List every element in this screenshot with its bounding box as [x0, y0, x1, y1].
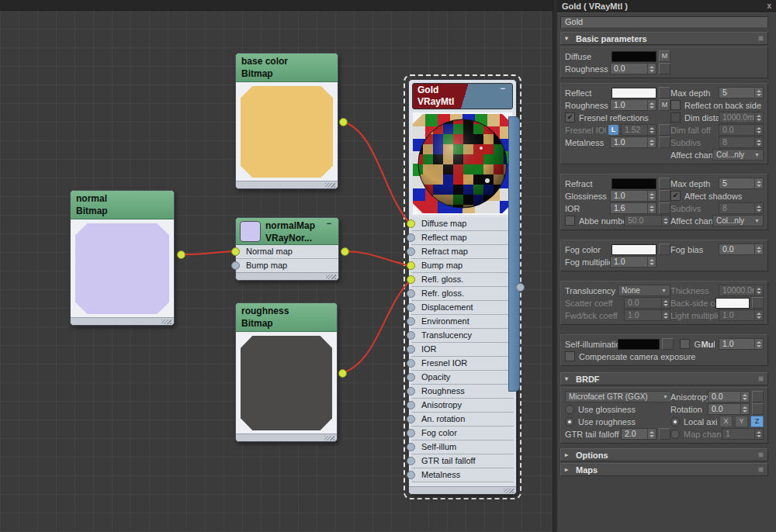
spinner-arrows-icon[interactable]	[647, 257, 656, 267]
gold-slot-metalness[interactable]: Metalness	[411, 468, 514, 482]
thickness-spinner[interactable]: 10000.0m	[719, 285, 764, 296]
gold-slot-refl-gloss[interactable]: Refl. gloss.	[411, 273, 514, 287]
spinner-arrows-icon[interactable]	[754, 429, 763, 439]
input-socket[interactable]	[407, 219, 415, 228]
gold-slot-gtr-tail-falloff[interactable]: GTR tail falloff	[411, 454, 514, 468]
resize-grip-icon[interactable]	[504, 489, 514, 493]
spinner-arrows-icon[interactable]	[740, 404, 749, 414]
node-normal-map[interactable]: normalMap VRayNor... − Normal map Bump m…	[235, 217, 339, 281]
dim-distance-checkbox[interactable]	[670, 112, 681, 123]
light-multiplier-spinner[interactable]: 1.0	[719, 309, 764, 321]
fresnel-ior-map-button[interactable]	[659, 124, 670, 136]
input-socket[interactable]	[407, 443, 415, 451]
output-socket[interactable]	[339, 118, 348, 126]
abbe-number-checkbox[interactable]	[565, 216, 575, 226]
node-base-color[interactable]: base color Bitmap	[235, 53, 338, 189]
resize-grip-icon[interactable]	[326, 275, 336, 279]
spinner-arrows-icon[interactable]	[754, 203, 763, 213]
slot-normal-map[interactable]: Normal map	[236, 245, 338, 259]
node-gold-vraymtl[interactable]: Gold VRayMtl − Diffuse mapReflect mapRef…	[408, 79, 517, 495]
spinner-arrows-icon[interactable]	[647, 203, 656, 213]
spinner-arrows-icon[interactable]	[647, 64, 656, 74]
resize-grip-icon[interactable]	[161, 320, 171, 324]
refract-max-depth-spinner[interactable]: 5	[719, 178, 764, 189]
bitmap-preview[interactable]	[241, 336, 332, 430]
gold-slot-reflect-map[interactable]: Reflect map	[411, 231, 514, 245]
metalness-map-button[interactable]	[659, 136, 670, 148]
gold-slot-anisotropy[interactable]: Anisotropy	[411, 399, 514, 413]
mult-spinner[interactable]: 1.0	[719, 338, 764, 350]
diffuse-map-button[interactable]: M	[659, 50, 670, 62]
local-axis-radio[interactable]	[670, 417, 680, 427]
use-glossiness-radio[interactable]	[565, 405, 574, 414]
node-header[interactable]: normal Bitmap	[71, 191, 174, 219]
resize-grip-icon[interactable]	[324, 436, 334, 440]
dim-distance-spinner[interactable]: 1000.0mm	[719, 112, 764, 123]
rollout-basic-parameters[interactable]: ▾ Basic parameters	[560, 32, 768, 45]
spinner-arrows-icon[interactable]	[754, 178, 763, 188]
subdivs-spinner[interactable]: 8	[719, 136, 764, 148]
refract-map-button[interactable]	[659, 178, 670, 189]
anisotropy-spinner[interactable]: 0.0	[708, 391, 750, 402]
input-socket[interactable]	[407, 387, 415, 396]
resize-grip-icon[interactable]	[325, 183, 335, 188]
wire-normalmap-to-bump[interactable]	[345, 251, 411, 266]
reflect-map-button[interactable]	[659, 87, 670, 98]
scatter-coeff-spinner[interactable]: 0.0	[624, 297, 670, 309]
gold-slot-environment[interactable]: Environment	[411, 315, 514, 329]
affect-shadows-checkbox[interactable]	[670, 191, 681, 201]
rollout-maps[interactable]: ▸ Maps	[560, 463, 768, 476]
gold-slot-an-rotation[interactable]: An. rotation	[411, 413, 514, 427]
axis-x-button[interactable]: X	[719, 416, 733, 427]
input-socket[interactable]	[407, 429, 415, 437]
reflect-roughness-spinner[interactable]: 1.0	[610, 99, 656, 111]
output-socket[interactable]	[341, 247, 349, 256]
translucency-dropdown[interactable]: None▼	[618, 285, 670, 296]
brdf-type-dropdown[interactable]: Microfacet GTR (GGX)▼	[565, 391, 670, 402]
spinner-arrows-icon[interactable]	[754, 88, 763, 98]
ior-spinner[interactable]: 1.6	[610, 202, 656, 214]
spinner-arrows-icon[interactable]	[661, 310, 670, 320]
input-socket[interactable]	[407, 233, 415, 242]
wire-roughness-to-reflgloss[interactable]	[342, 280, 411, 373]
node-graph-canvas[interactable]: base color Bitmap normal Bitmap normalMa…	[0, 0, 553, 532]
gold-slot-fresnel-ior[interactable]: Fresnel IOR	[411, 357, 514, 371]
ior-map-button[interactable]	[659, 202, 670, 214]
input-socket[interactable]	[407, 289, 415, 298]
spinner-arrows-icon[interactable]	[754, 285, 763, 295]
input-socket[interactable]	[407, 415, 415, 423]
dim-fall-off-spinner[interactable]: 0.0	[719, 124, 764, 136]
input-socket[interactable]	[407, 373, 415, 382]
basic-roughness-spinner[interactable]: 0.0	[610, 63, 656, 74]
spinner-arrows-icon[interactable]	[647, 429, 656, 439]
input-socket[interactable]	[407, 401, 415, 409]
rollout-options[interactable]: ▸ Options	[560, 448, 768, 461]
input-socket[interactable]	[407, 317, 415, 326]
fog-color-map-button[interactable]	[659, 244, 670, 255]
slot-bump-map[interactable]: Bump map	[236, 259, 338, 273]
fresnel-ior-spinner[interactable]: 1.52	[621, 124, 656, 136]
self-illumination-swatch[interactable]	[618, 339, 660, 350]
gold-slot-translucency[interactable]: Translucency	[411, 329, 514, 343]
material-preview[interactable]	[413, 112, 512, 215]
fresnel-reflections-checkbox[interactable]	[565, 112, 575, 123]
reflect-roughness-map-button[interactable]: M	[659, 99, 670, 111]
fwd-bck-coeff-spinner[interactable]: 1.0	[624, 309, 670, 321]
gold-slot-ior[interactable]: IOR	[411, 343, 514, 357]
max-depth-spinner[interactable]: 5	[719, 87, 764, 98]
spinner-arrows-icon[interactable]	[754, 112, 763, 123]
input-socket[interactable]	[407, 331, 415, 340]
fog-multiplier-spinner[interactable]: 1.0	[610, 256, 656, 268]
gold-slot-opacity[interactable]: Opacity	[411, 371, 514, 385]
input-socket[interactable]	[231, 247, 240, 256]
axis-y-button[interactable]: Y	[735, 416, 748, 427]
back-side-color-swatch[interactable]	[715, 298, 750, 309]
reflect-back-side-checkbox[interactable]	[670, 100, 681, 110]
collapse-icon[interactable]: −	[324, 220, 334, 228]
spinner-arrows-icon[interactable]	[754, 339, 763, 349]
axis-z-button[interactable]: Z	[750, 416, 764, 427]
spinner-arrows-icon[interactable]	[647, 125, 656, 135]
gold-slot-displacement[interactable]: Displacement	[411, 301, 514, 315]
spinner-arrows-icon[interactable]	[661, 298, 670, 308]
input-socket[interactable]	[231, 261, 240, 270]
